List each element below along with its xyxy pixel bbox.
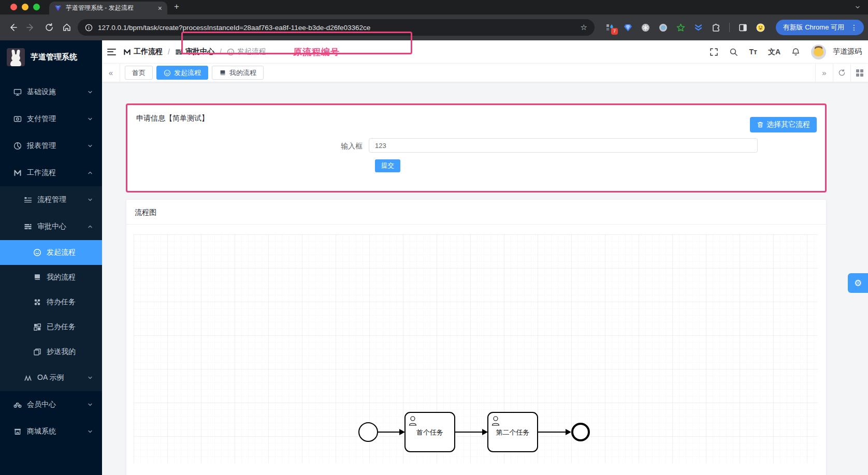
- scroll-tabs-left-icon[interactable]: «: [102, 64, 120, 82]
- sidebar-item-process-management[interactable]: 流程管理: [0, 186, 102, 213]
- app-header: 工作流程 / 审批中心 / 发起流程 原流程编号 Tт 文A: [102, 40, 868, 63]
- gear-icon: ⚙: [854, 278, 862, 289]
- theme-settings-button[interactable]: ⚙: [848, 273, 868, 293]
- chrome-update-button[interactable]: 有新版 Chrome 可用 ⋮: [776, 20, 864, 35]
- chevron-down-icon: [88, 197, 93, 202]
- extensions-puzzle-icon[interactable]: [712, 23, 720, 32]
- bpmn-user-task-1[interactable]: 首个任务: [405, 412, 455, 452]
- site-info-icon[interactable]: [85, 24, 93, 32]
- form-card-pink-highlight: 申请信息【简单测试】 选择其它流程 输入框 提交: [126, 103, 827, 192]
- url-text[interactable]: 127.0.0.1/bpm/task/create?processInstanc…: [98, 24, 575, 32]
- sidebar-item-done-tasks[interactable]: 已办任务: [0, 315, 102, 339]
- refresh-page-icon[interactable]: [833, 64, 850, 82]
- browser-toolbar: 127.0.0.1/bpm/task/create?processInstanc…: [0, 14, 868, 40]
- sidebar-item-cc-to-me[interactable]: 抄送我的: [0, 339, 102, 364]
- sidebar-item-todo-tasks[interactable]: 待办任务: [0, 290, 102, 315]
- bpmn-start-event[interactable]: [359, 423, 378, 441]
- browser-tab[interactable]: 芋道管理系统 - 发起流程 ×: [49, 2, 167, 14]
- sidebar-item-my-processes[interactable]: 我的流程: [0, 265, 102, 290]
- forward-icon[interactable]: [26, 23, 35, 32]
- tab-search-chevron-icon[interactable]: [855, 4, 861, 10]
- fullscreen-icon[interactable]: [710, 48, 718, 56]
- sidebar-item-label: 会员中心: [27, 400, 56, 409]
- back-icon[interactable]: [8, 23, 18, 32]
- close-tab-icon[interactable]: ×: [158, 4, 162, 12]
- breadcrumb-label: 审批中心: [185, 47, 214, 56]
- application-info-card: 申请信息【简单测试】 选择其它流程 输入框 提交: [127, 105, 825, 191]
- sidebar-item-oa-example[interactable]: OA 示例: [0, 364, 102, 391]
- flow-diagram-card: 流程图: [126, 199, 827, 475]
- pie-chart-icon: [13, 142, 22, 150]
- extension-icon-double-chevron[interactable]: [694, 23, 703, 32]
- sidebar-item-label: 发起流程: [47, 248, 76, 257]
- bpmn-diagram: 首个任务 第二个任务: [134, 234, 818, 463]
- tab-options-grid-icon[interactable]: [850, 64, 868, 82]
- user-avatar[interactable]: [811, 44, 826, 60]
- sidebar-item-reports[interactable]: 报表管理: [0, 132, 102, 159]
- extension-icon-gray-circle[interactable]: [641, 23, 650, 32]
- bpmn-end-event[interactable]: [572, 424, 589, 440]
- sidebar-item-label: 工作流程: [27, 168, 56, 177]
- chevron-down-icon: [88, 429, 93, 434]
- member-icon: [13, 400, 22, 409]
- search-icon[interactable]: [729, 48, 738, 56]
- page-tab-label: 我的流程: [229, 68, 256, 78]
- profile-emoji-icon[interactable]: [756, 23, 765, 32]
- grid-quarter-icon: [33, 323, 41, 331]
- sidebar: 芋道管理系统 基础设施 支付管理 报表管理 工作流程: [0, 40, 102, 475]
- translate-icon[interactable]: 文A: [768, 48, 780, 56]
- url-bar[interactable]: 127.0.0.1/bpm/task/create?processInstanc…: [78, 19, 595, 36]
- minimize-window-button[interactable]: [22, 4, 28, 10]
- username[interactable]: 芋道源码: [833, 47, 862, 56]
- sidebar-item-initiate-process[interactable]: 发起流程: [0, 240, 102, 265]
- scroll-tabs-right-icon[interactable]: »: [815, 64, 833, 82]
- macos-window-controls[interactable]: [10, 4, 40, 10]
- font-size-icon[interactable]: Tт: [749, 48, 757, 56]
- sidebar-item-label: OA 示例: [37, 373, 64, 382]
- sidebar-item-member-center[interactable]: 会员中心: [0, 391, 102, 418]
- breadcrumb-separator: /: [219, 48, 223, 56]
- extension-icon-blue-circle[interactable]: [659, 23, 668, 32]
- collapse-sidebar-icon[interactable]: [107, 49, 116, 55]
- page-tab-initiate-process[interactable]: 发起流程: [156, 66, 208, 80]
- choose-other-process-button[interactable]: 选择其它流程: [750, 117, 817, 132]
- app-logo: [7, 48, 25, 66]
- submit-button[interactable]: 提交: [375, 159, 400, 172]
- reload-icon[interactable]: [45, 23, 54, 32]
- breadcrumb-item-workflow[interactable]: 工作流程: [123, 47, 163, 56]
- extension-badge: 7: [611, 28, 618, 35]
- close-window-button[interactable]: [10, 4, 17, 10]
- sidebar-item-workflow[interactable]: 工作流程: [0, 159, 102, 186]
- smiley-icon: [227, 48, 235, 56]
- breadcrumb-separator: /: [167, 48, 171, 56]
- sidebar-item-mall-system[interactable]: 商城系统: [0, 418, 102, 445]
- notification-bell-icon[interactable]: [791, 48, 800, 56]
- breadcrumb-item-approval-center[interactable]: 审批中心: [175, 47, 214, 56]
- sidebar-logo-row[interactable]: 芋道管理系统: [0, 44, 102, 70]
- side-panel-icon[interactable]: [739, 23, 747, 32]
- sidebar-item-label: 已办任务: [47, 322, 76, 332]
- extension-icon-gem[interactable]: [624, 23, 632, 32]
- bpmn-task-label: 首个任务: [416, 428, 443, 436]
- new-tab-button[interactable]: +: [174, 2, 179, 12]
- sidebar-item-label: 抄送我的: [47, 347, 76, 357]
- copy-icon: [33, 348, 41, 356]
- workflow-icon: [13, 169, 22, 177]
- browser-chrome: 芋道管理系统 - 发起流程 × + 127.0.0.1/bpm/task/cre…: [0, 0, 868, 40]
- bookmark-star-icon[interactable]: ☆: [581, 23, 587, 32]
- extension-icon-green-star[interactable]: [676, 23, 685, 32]
- sidebar-item-approval-center[interactable]: 审批中心: [0, 213, 102, 240]
- bpmn-user-task-2[interactable]: 第二个任务: [488, 412, 538, 452]
- home-icon[interactable]: [62, 23, 71, 32]
- sidebar-item-label: 审批中心: [37, 222, 66, 231]
- page-tab-my-processes[interactable]: 我的流程: [212, 66, 264, 80]
- bpmn-canvas[interactable]: 首个任务 第二个任务: [134, 234, 818, 463]
- process-input-field[interactable]: [369, 138, 758, 153]
- zoom-window-button[interactable]: [33, 4, 40, 10]
- sidebar-item-infrastructure[interactable]: 基础设施: [0, 79, 102, 106]
- form-card-title: 申请信息【简单测试】: [136, 114, 209, 123]
- sidebar-item-payment[interactable]: 支付管理: [0, 106, 102, 132]
- browser-menu-icon[interactable]: ⋮: [848, 23, 860, 32]
- page-tab-home[interactable]: 首页: [125, 66, 153, 80]
- extension-icon-devtools[interactable]: 7: [606, 23, 615, 32]
